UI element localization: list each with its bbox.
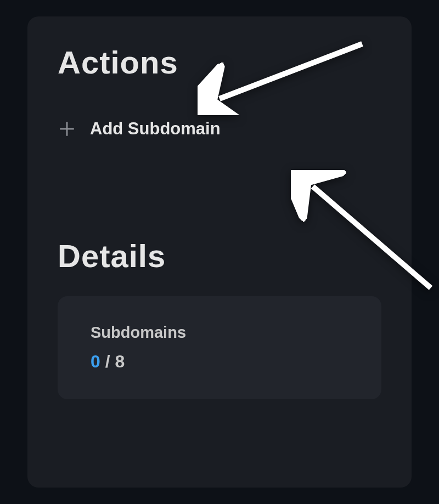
subdomains-current: 0 [91, 352, 100, 371]
subdomains-max: 8 [115, 352, 125, 371]
annotation-arrow-icon [291, 170, 439, 298]
subdomains-label: Subdomains [91, 324, 348, 342]
svg-line-3 [219, 44, 362, 99]
action-label: Add Subdomain [90, 119, 221, 139]
svg-line-5 [313, 186, 431, 288]
subdomains-separator: / [100, 352, 115, 371]
add-subdomain-button[interactable]: Add Subdomain [58, 119, 381, 139]
subdomains-value: 0 / 8 [91, 352, 348, 372]
plus-icon [58, 120, 76, 138]
detail-card: Subdomains 0 / 8 [58, 296, 381, 399]
side-panel: Actions Add Subdomain Details Subdomains… [27, 16, 412, 488]
annotation-arrow-icon [198, 38, 368, 117]
